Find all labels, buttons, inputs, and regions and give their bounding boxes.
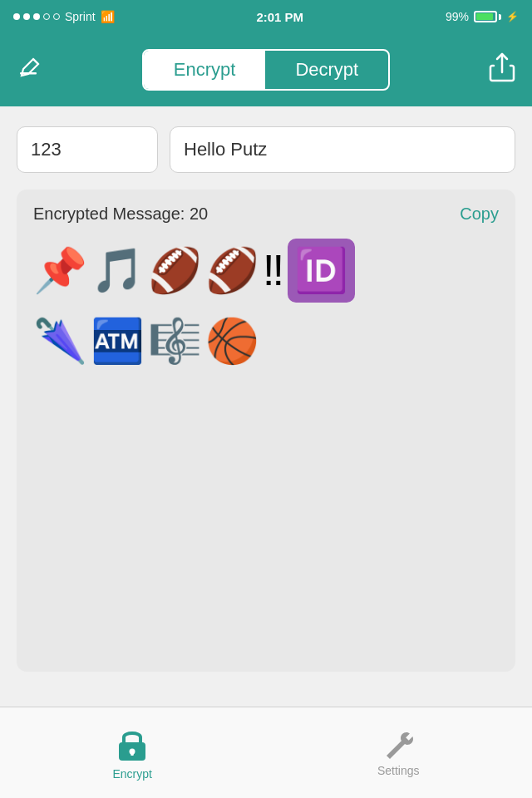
carrier-label: Sprint bbox=[65, 10, 96, 23]
status-right: 99% ⚡ bbox=[446, 10, 519, 23]
emoji-6: 🆔 bbox=[288, 239, 355, 303]
status-bar: Sprint 📶 2:01 PM 99% ⚡ bbox=[0, 0, 532, 33]
wrench-icon bbox=[383, 729, 413, 759]
decrypt-tab[interactable]: Decrypt bbox=[265, 51, 388, 89]
emoji-row-2: 🌂 🏧 🎼 🏀 bbox=[33, 311, 259, 372]
status-left: Sprint 📶 bbox=[13, 10, 115, 23]
segment-control[interactable]: Encrypt Decrypt bbox=[142, 49, 390, 91]
emoji-display: 📌 🎵 🏈 🏈 ‼️ 🆔 🌂 🏧 🎼 🏀 bbox=[33, 239, 499, 377]
svg-rect-3 bbox=[131, 751, 134, 756]
key-input[interactable] bbox=[17, 126, 158, 173]
panel-header: Encrypted Message: 20 Copy bbox=[33, 204, 499, 224]
status-time: 2:01 PM bbox=[256, 10, 303, 24]
encrypted-panel: Encrypted Message: 20 Copy 📌 🎵 🏈 🏈 ‼️ 🆔 … bbox=[17, 190, 515, 672]
panel-title-prefix: Encrypted Message: bbox=[33, 204, 190, 223]
edit-button[interactable] bbox=[17, 54, 43, 86]
signal-dots bbox=[13, 13, 60, 20]
share-button[interactable] bbox=[489, 52, 515, 88]
emoji-3: 🏈 bbox=[148, 240, 202, 301]
emoji-5: ‼️ bbox=[263, 240, 284, 301]
emoji-9: 🎼 bbox=[148, 311, 202, 372]
signal-dot-5 bbox=[53, 13, 60, 20]
signal-dot-3 bbox=[33, 13, 40, 20]
encrypt-tab[interactable]: Encrypt bbox=[144, 51, 266, 89]
input-row bbox=[17, 126, 515, 173]
signal-dot-2 bbox=[23, 13, 30, 20]
charging-icon: ⚡ bbox=[506, 11, 519, 22]
tab-settings[interactable]: Settings bbox=[377, 729, 420, 777]
tab-encrypt[interactable]: Encrypt bbox=[112, 726, 151, 781]
copy-button[interactable]: Copy bbox=[460, 204, 499, 224]
signal-dot-1 bbox=[13, 13, 20, 20]
emoji-2: 🎵 bbox=[91, 240, 145, 301]
signal-dot-4 bbox=[43, 13, 50, 20]
tab-settings-label: Settings bbox=[377, 764, 420, 777]
panel-title: Encrypted Message: 20 bbox=[33, 204, 208, 224]
tab-encrypt-label: Encrypt bbox=[112, 767, 151, 781]
emoji-8: 🏧 bbox=[91, 311, 145, 372]
nav-bar: Encrypt Decrypt bbox=[0, 33, 532, 106]
emoji-7: 🌂 bbox=[33, 311, 87, 372]
emoji-1: 📌 bbox=[33, 240, 87, 301]
main-content: Encrypted Message: 20 Copy 📌 🎵 🏈 🏈 ‼️ 🆔 … bbox=[0, 106, 532, 672]
lock-icon bbox=[116, 726, 149, 762]
panel-count: 20 bbox=[190, 204, 208, 223]
tab-bar: Encrypt Settings bbox=[0, 707, 532, 798]
emoji-row-1: 📌 🎵 🏈 🏈 ‼️ 🆔 bbox=[33, 239, 355, 303]
emoji-4: 🏈 bbox=[205, 240, 259, 301]
battery-percent: 99% bbox=[446, 10, 469, 23]
wifi-icon: 📶 bbox=[101, 10, 115, 23]
emoji-10: 🏀 bbox=[205, 311, 259, 372]
message-input[interactable] bbox=[170, 126, 515, 173]
battery-icon bbox=[474, 11, 501, 22]
